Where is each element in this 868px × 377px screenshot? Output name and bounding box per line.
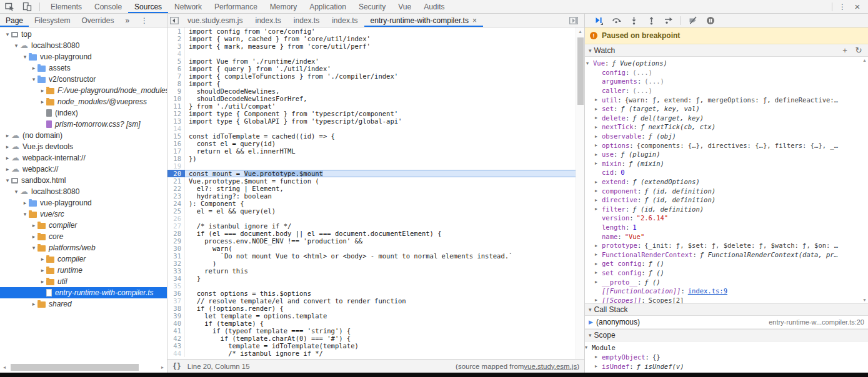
expand-arrow-icon[interactable]: ▸ xyxy=(595,243,602,248)
navigator-tab-filesystem[interactable]: Filesystem xyxy=(29,14,76,27)
main-tab-sources[interactable]: Sources xyxy=(128,0,168,13)
expand-arrow-icon[interactable]: ▸ xyxy=(595,363,602,369)
line-number[interactable]: 35 xyxy=(167,282,185,290)
file-tab[interactable]: index.ts xyxy=(287,14,326,27)
line-number[interactable]: 2 xyxy=(167,35,185,42)
expand-arrow-icon[interactable]: ▾ xyxy=(585,345,592,350)
hide-navigator-icon[interactable] xyxy=(167,14,181,27)
file-tab[interactable]: index.ts xyxy=(326,14,364,27)
tree-expander-icon[interactable]: ▸ xyxy=(39,278,46,285)
code-line[interactable]: 38 if (!options.render) { xyxy=(167,305,584,312)
line-number[interactable]: 8 xyxy=(167,80,185,87)
code-line[interactable]: 22 el?: string | Element, xyxy=(167,185,584,192)
expand-arrow-icon[interactable]: ▸ xyxy=(595,270,602,275)
step-button[interactable] xyxy=(661,14,676,27)
code-line[interactable]: 7import { compileToFunctions } from './c… xyxy=(167,72,584,80)
tree-expander-icon[interactable]: ▸ xyxy=(4,155,11,161)
line-number[interactable]: 41 xyxy=(167,327,185,335)
line-number[interactable]: 16 xyxy=(167,140,185,147)
navigator-tab-page[interactable]: Page xyxy=(0,14,29,27)
customize-menu-icon[interactable]: ⋮ xyxy=(836,1,849,13)
code-line[interactable]: 34 } xyxy=(167,275,584,282)
file-tree-item[interactable]: (index) xyxy=(0,107,167,119)
tree-expander-icon[interactable]: ▾ xyxy=(30,245,37,251)
watch-row[interactable]: ▸directive:ƒ (id, definition) xyxy=(585,195,868,205)
watch-row[interactable]: ▸set:ƒ (target, key, val) xyxy=(585,104,868,114)
watch-row[interactable]: ▸nextTick:ƒ nextTick(cb, ctx) xyxy=(585,122,868,132)
tree-expander-icon[interactable]: ▾ xyxy=(21,211,29,217)
expand-arrow-icon[interactable]: ▸ xyxy=(595,134,602,139)
code-line[interactable]: 8import { xyxy=(167,80,584,87)
scroll-up-arrow-icon[interactable]: ▲ xyxy=(576,27,584,34)
main-tab-performance[interactable]: Performance xyxy=(208,0,264,13)
expand-arrow-icon[interactable]: ▸ xyxy=(595,279,602,285)
file-tree-item[interactable]: ▾vue/src xyxy=(0,208,167,220)
expand-arrow-icon[interactable]: ▸ xyxy=(595,152,602,157)
code-line[interactable]: 27 /* istanbul ignore if */ xyxy=(167,222,584,230)
file-tree-item[interactable]: ▸☁Vue.js devtools xyxy=(0,141,167,152)
main-tab-application[interactable]: Application xyxy=(303,0,352,13)
expand-arrow-icon[interactable]: ▸ xyxy=(595,115,602,120)
line-number[interactable]: 33 xyxy=(167,267,185,275)
tree-expander-icon[interactable]: ▸ xyxy=(39,256,46,262)
line-number[interactable]: 27 xyxy=(167,222,185,230)
file-tree-item[interactable]: ▾☁localhost:8080 xyxy=(0,186,167,197)
step-over-button[interactable] xyxy=(609,14,624,27)
deactivate-breakpoints-button[interactable] xyxy=(686,14,701,27)
code-line[interactable]: 26 xyxy=(167,215,584,222)
watch-row[interactable]: ▸mixin:ƒ (mixin) xyxy=(585,159,868,169)
expand-arrow-icon[interactable]: ▸ xyxy=(595,261,602,267)
expand-arrow-icon[interactable]: ▸ xyxy=(595,354,602,360)
line-number[interactable]: 11 xyxy=(167,102,185,110)
line-number[interactable]: 31 xyxy=(167,252,185,260)
step-into-button[interactable] xyxy=(626,14,641,27)
expand-arrow-icon[interactable]: ▸ xyxy=(595,160,602,166)
line-number[interactable]: 7 xyxy=(167,72,185,80)
expand-arrow-icon[interactable]: ▸ xyxy=(595,106,602,112)
watch-row[interactable]: version:"2.6.14" xyxy=(585,213,868,223)
file-tree-item[interactable]: ▸compiler xyxy=(0,220,167,231)
file-tree-item[interactable]: ▸shared xyxy=(0,298,167,310)
file-tree-item[interactable]: ▸☁webpack:// xyxy=(0,164,167,175)
tree-expander-icon[interactable]: ▾ xyxy=(12,188,20,195)
line-number[interactable]: 5 xyxy=(167,57,185,65)
watch-row[interactable]: ▸[[Scopes]]:Scopes[2] xyxy=(585,295,868,303)
expand-arrow-icon[interactable]: ▸ xyxy=(595,124,602,130)
file-tree-item[interactable]: ▾☁localhost:8080 xyxy=(0,40,167,51)
expand-arrow-icon[interactable]: ▸ xyxy=(595,97,602,102)
line-number[interactable]: 19 xyxy=(167,162,185,170)
tree-expander-icon[interactable]: ▸ xyxy=(30,222,37,228)
code-line[interactable]: 41 if (typeof template === 'string') { xyxy=(167,327,584,335)
code-line[interactable]: 40 if (template) { xyxy=(167,320,584,327)
tree-expander-icon[interactable]: ▸ xyxy=(4,132,11,139)
line-number[interactable]: 6 xyxy=(167,65,185,72)
tree-horizontal-scrollbar[interactable]: ◂ ▸ xyxy=(0,363,167,371)
scope-variable-row[interactable]: ▸isUndef:ƒ isUndef(v) xyxy=(585,361,868,371)
scope-variable-row[interactable]: ▸emptyObject:{} xyxy=(585,352,868,361)
scope-section-row[interactable]: ▾Module xyxy=(585,343,868,352)
line-number[interactable]: 25 xyxy=(167,207,185,215)
more-tabs-icon[interactable]: » xyxy=(119,14,135,27)
line-number[interactable]: 30 xyxy=(167,245,185,252)
call-stack-section-header[interactable]: ▾ Call Stack xyxy=(585,303,868,316)
line-number[interactable]: 20 xyxy=(167,170,185,177)
code-line[interactable]: 1import config from 'core/config' xyxy=(167,27,584,35)
file-tree-item[interactable]: ▾v2/constructor xyxy=(0,74,167,85)
line-number[interactable]: 40 xyxy=(167,320,185,327)
file-tree-item[interactable]: ▸F:/vue-playground/node_modules/@ xyxy=(0,85,167,96)
file-tree-item[interactable]: ▾platforms/web xyxy=(0,242,167,253)
line-number[interactable]: 1 xyxy=(167,27,185,35)
line-number[interactable]: 37 xyxy=(167,297,185,305)
step-out-button[interactable] xyxy=(644,14,659,27)
code-line[interactable]: 5import Vue from './runtime/index' xyxy=(167,57,584,65)
file-tree-item[interactable]: prism-tomorrow.css? [sm] xyxy=(0,119,167,130)
tree-expander-icon[interactable]: ▸ xyxy=(39,99,46,105)
code-line[interactable]: 33 return this xyxy=(167,267,584,275)
expand-arrow-icon[interactable]: ▸ xyxy=(595,188,602,193)
file-tree-item[interactable]: ▸runtime xyxy=(0,265,167,276)
file-tree-item[interactable]: ▸☁webpack-internal:// xyxy=(0,152,167,164)
main-tab-console[interactable]: Console xyxy=(88,0,128,13)
tree-expander-icon[interactable]: ▸ xyxy=(30,233,37,240)
line-number[interactable]: 22 xyxy=(167,185,185,192)
code-line[interactable]: 4 xyxy=(167,50,584,57)
